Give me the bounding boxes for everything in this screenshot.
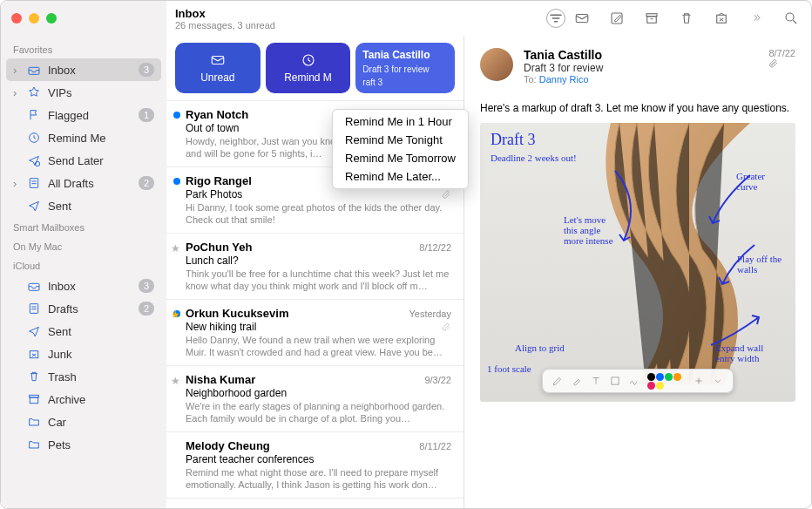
sidebar-item-all-drafts[interactable]: ›All Drafts2 — [6, 172, 161, 194]
star-icon — [27, 85, 41, 99]
inbox-icon — [27, 63, 41, 77]
to-label: To: — [524, 74, 537, 85]
pen-tool-icon[interactable] — [551, 375, 564, 387]
menu-item[interactable]: Remind Me Tonight — [333, 131, 468, 149]
message-sender: Ryan Notch — [186, 108, 248, 121]
color-swatch[interactable] — [656, 382, 664, 390]
close-window-button[interactable] — [11, 13, 22, 24]
sidebar-section-icloud: iCloud — [6, 255, 161, 275]
sidebar-section-smart: Smart Mailboxes — [6, 217, 161, 236]
message-row[interactable]: Mavuri Singh8/20/22 — [166, 498, 464, 508]
color-swatch[interactable] — [656, 373, 664, 381]
annotation-title: Draft 3 — [491, 132, 535, 149]
compose-icon[interactable] — [609, 10, 625, 26]
message-subject: Park Photos — [186, 188, 451, 200]
sidebar-item-drafts[interactable]: Drafts2 — [6, 297, 161, 320]
svg-rect-0 — [576, 15, 588, 23]
sidebar-item-label: Car — [48, 416, 154, 429]
svg-rect-9 — [30, 179, 37, 188]
reader-pane: Tania Castillo Draft 3 for review To: Da… — [464, 36, 811, 508]
message-preview: Hello Danny, We found a new trail when w… — [186, 334, 451, 358]
svg-rect-14 — [30, 397, 37, 404]
color-swatch[interactable] — [665, 373, 673, 381]
message-row[interactable]: ★Nisha Kumar9/3/22Neighborhood gardenWe'… — [166, 365, 464, 431]
titlebar-center: Inbox 26 messages, 3 unread — [166, 7, 574, 31]
svg-rect-11 — [30, 304, 37, 314]
badge: 3 — [139, 279, 154, 293]
message-row[interactable]: ★PoChun Yeh8/12/22Lunch call?Think you'l… — [166, 233, 464, 299]
sign-tool-icon[interactable] — [628, 375, 640, 387]
message-sender: Nisha Kumar — [186, 373, 255, 386]
attachment-image[interactable]: Draft 3 Deadline 2 weeks out! Let's move… — [480, 123, 795, 402]
card-unread[interactable]: Unread — [175, 43, 261, 93]
sidebar-item-junk[interactable]: Junk — [6, 343, 161, 365]
reader-info: Tania Castillo Draft 3 for review To: Da… — [524, 48, 758, 85]
sidebar-item-remind-me[interactable]: Remind Me — [6, 126, 161, 149]
sidebar-item-sent[interactable]: Sent — [6, 194, 161, 217]
inbox-icon — [27, 279, 41, 293]
sidebar-item-vips[interactable]: ›VIPs — [6, 81, 161, 104]
envelope-icon[interactable] — [574, 10, 590, 26]
color-swatch[interactable] — [647, 373, 655, 381]
unread-dot — [173, 178, 180, 185]
minimize-window-button[interactable] — [29, 13, 39, 24]
maximize-window-button[interactable] — [46, 13, 57, 24]
junk-icon[interactable] — [714, 10, 729, 26]
sidebar-item-label: Sent — [48, 325, 154, 338]
color-palette[interactable] — [647, 373, 686, 390]
trash-icon[interactable] — [679, 10, 694, 26]
card-remind[interactable]: Remind M — [266, 43, 351, 93]
collapse-icon[interactable] — [712, 375, 724, 387]
message-preview: Think you'll be free for a lunchtime cha… — [186, 268, 451, 292]
attachment-icon — [768, 58, 795, 71]
archive-icon — [27, 392, 41, 406]
avatar[interactable] — [480, 48, 513, 81]
to-value: Danny Rico — [539, 74, 589, 85]
sidebar-item-car[interactable]: Car — [6, 411, 161, 433]
color-swatch[interactable] — [673, 373, 681, 381]
marker-tool-icon[interactable] — [571, 375, 583, 387]
message-sender: PoChun Yeh — [186, 241, 252, 254]
message-date: 8/20/22 — [419, 507, 451, 508]
sent-icon — [27, 199, 41, 213]
svg-rect-3 — [647, 17, 657, 24]
sidebar-item-pets[interactable]: Pets — [6, 433, 161, 456]
message-date: 8/12/22 — [419, 242, 451, 253]
filter-button[interactable] — [546, 9, 565, 28]
message-row[interactable]: Melody Cheung8/11/22Parent teacher confe… — [166, 431, 464, 498]
sidebar-item-trash[interactable]: Trash — [6, 365, 161, 388]
card-flagged-message[interactable]: Tania Castillo Draft 3 for review raft 3 — [355, 43, 455, 93]
shapes-tool-icon[interactable] — [609, 375, 621, 387]
sidebar-item-sent[interactable]: Sent — [6, 320, 161, 343]
send-later-icon — [27, 153, 41, 167]
sidebar-item-send-later[interactable]: Send Later — [6, 149, 161, 172]
message-list-pane: Unread Remind M Tania Castillo Draft 3 f… — [166, 36, 464, 508]
menu-item[interactable]: Remind Me in 1 Hour — [333, 112, 468, 131]
svg-rect-17 — [612, 377, 619, 384]
more-icon[interactable] — [748, 10, 764, 26]
menu-item[interactable]: Remind Me Tomorrow — [333, 149, 468, 167]
sidebar-item-inbox[interactable]: ›Inbox3 — [6, 58, 161, 81]
mailbox-title: Inbox — [175, 7, 275, 20]
reader-from: Tania Castillo — [524, 48, 758, 62]
star-icon: ★ — [171, 309, 180, 321]
draft-icon — [27, 302, 41, 316]
text-tool-icon[interactable] — [590, 375, 602, 387]
message-preview: Remind me what night those are. I'll nee… — [186, 466, 451, 491]
star-icon: ★ — [171, 375, 180, 387]
color-swatch[interactable] — [647, 382, 655, 390]
clock-icon — [27, 131, 41, 145]
sidebar-item-flagged[interactable]: Flagged1 — [6, 104, 161, 126]
menu-item[interactable]: Remind Me Later... — [333, 167, 468, 186]
sidebar-item-label: Flagged — [48, 109, 132, 122]
draft-icon — [27, 176, 41, 190]
reader-date: 8/7/22 — [768, 48, 795, 58]
plus-icon[interactable] — [693, 375, 705, 387]
folder-icon — [27, 415, 41, 429]
message-row[interactable]: ★Orkun KucuksevimYesterdayNew hiking tra… — [166, 299, 464, 365]
sidebar-item-inbox[interactable]: Inbox3 — [6, 275, 161, 297]
flag-icon — [27, 108, 41, 122]
sidebar-item-archive[interactable]: Archive — [6, 388, 161, 411]
search-icon[interactable] — [783, 10, 799, 26]
archive-icon[interactable] — [644, 10, 660, 26]
